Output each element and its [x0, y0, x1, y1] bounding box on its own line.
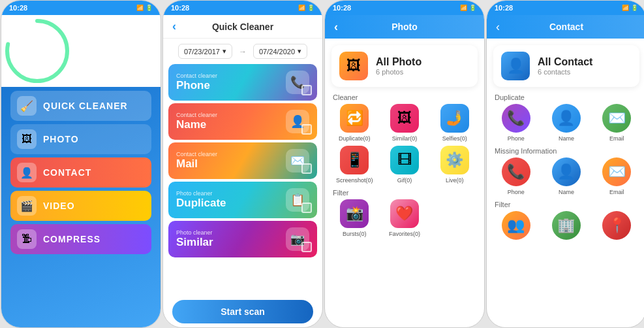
storage-pct: 79%: [16, 42, 59, 61]
cleaner-section-label: Cleaner: [325, 91, 484, 104]
photo-item-gif[interactable]: 🎞 Gif(0): [382, 146, 428, 184]
photo-item-duplicate[interactable]: 🔁 Duplicate(0): [331, 104, 378, 142]
miss-phone-label: Phone: [508, 189, 525, 195]
contact-dup-phone[interactable]: 📞 Phone: [493, 104, 538, 142]
selfies-icon: 🤳: [440, 104, 469, 133]
all-photo-card[interactable]: 🖼 All Photo 6 photos: [331, 45, 478, 87]
all-contact-card[interactable]: 👤 All Contact 6 contacts: [493, 45, 639, 87]
dup-name-label: Name: [559, 135, 574, 142]
status-bar-1: 10:28 📶 🔋: [1, 1, 161, 15]
phone-card-sub: Contact cleaner: [176, 73, 217, 79]
phone-card-title: Phone: [176, 79, 217, 92]
favorites-icon: ❤️: [390, 199, 419, 228]
all-contact-icon: 👤: [501, 52, 530, 80]
photo-item-selfies[interactable]: 🤳 Selfies(0): [431, 104, 478, 142]
all-photo-sub: 6 photos: [376, 68, 422, 76]
date-from[interactable]: 07/23/2017 ▾: [178, 44, 232, 59]
all-photo-title: All Photo: [376, 56, 422, 68]
dup-email-icon: ✉️: [602, 104, 631, 133]
contact-topbar: ‹ Contact: [487, 15, 644, 39]
menu-item-video[interactable]: 🎬 VIDEO: [10, 191, 151, 221]
time-2: 10:28: [171, 4, 189, 12]
chevron-down-icon-2: ▾: [298, 47, 301, 56]
name-card-title: Name: [176, 118, 217, 131]
cleaner-card-similar[interactable]: Photo cleaner Similar 📷: [168, 221, 317, 257]
cleaner-card-phone[interactable]: Contact cleaner Phone 📞: [168, 64, 317, 101]
back-arrow-2[interactable]: ‹: [172, 20, 176, 33]
status-bar-2: 10:28 📶 🔋: [163, 1, 322, 15]
filter3-icon: 📍: [602, 211, 631, 240]
back-arrow-3[interactable]: ‹: [334, 20, 338, 34]
photo-item-live[interactable]: ⚙️ Live(0): [431, 146, 478, 184]
cleaner-card-name[interactable]: Contact cleaner Name 👤: [168, 103, 317, 140]
menu-label-photo: PHOTO: [43, 134, 79, 144]
menu-item-photo[interactable]: 🖼 PHOTO: [10, 124, 151, 154]
time-3: 10:28: [333, 4, 351, 12]
dup-email-label: Email: [609, 135, 624, 142]
similar-card-checkbox[interactable]: [301, 242, 312, 252]
menu-label-contact: CONTACT: [43, 167, 91, 178]
status-icons-2: 📶 🔋: [298, 5, 314, 11]
back-arrow-4[interactable]: ‹: [496, 20, 500, 34]
start-scan-button[interactable]: Start scan: [172, 300, 313, 323]
contact-filter-2[interactable]: 🏢: [544, 211, 589, 242]
missing-grid: 📞 Phone 👤 Name ✉️ Email: [487, 157, 644, 198]
filter-contact-grid: 👥 🏢 📍: [487, 211, 644, 245]
screenshot-label: Screenshot(0): [336, 177, 373, 184]
storage-label: Storage: [16, 36, 59, 42]
storage-sub: 368.71/465.72 GB: [16, 61, 59, 67]
photo-item-bursts[interactable]: 📸 Bursts(0): [331, 199, 378, 237]
dup-card-sub: Photo cleaner: [176, 190, 226, 197]
contact-filter-1[interactable]: 👥: [493, 211, 538, 242]
dup-card-checkbox[interactable]: [301, 203, 312, 213]
contact-dup-email[interactable]: ✉️ Email: [594, 104, 639, 142]
dup-name-icon: 👤: [552, 104, 581, 133]
miss-phone-icon: 📞: [502, 157, 530, 186]
menu-label-compress: COMPRESS: [43, 234, 100, 244]
contact-dup-name[interactable]: 👤 Name: [544, 104, 589, 142]
dup-phone-icon: 📞: [502, 104, 530, 133]
time-4: 10:28: [495, 4, 513, 12]
phone-card-checkbox[interactable]: [301, 85, 312, 95]
menu-item-contact[interactable]: 👤 CONTACT: [10, 157, 151, 188]
contact-miss-email[interactable]: ✉️ Email: [594, 157, 639, 195]
contact-filter-3[interactable]: 📍: [594, 211, 639, 242]
mail-card-sub: Contact cleaner: [176, 151, 217, 157]
menu-item-quick-cleaner[interactable]: 🧹 QUICK CLEANER: [10, 91, 151, 121]
phone-2: 10:28 📶 🔋 ‹ Quick Cleaner 07/23/2017 ▾ →…: [162, 0, 323, 328]
cleaner-card-duplicate[interactable]: Photo cleaner Duplicate 📋: [168, 182, 317, 218]
arrow-right-icon: →: [239, 47, 247, 56]
menu-label-quick-cleaner: QUICK CLEANER: [43, 101, 128, 111]
photo-item-screenshot[interactable]: 📱 Screenshot(0): [331, 146, 378, 184]
contact-scroll: 👤 All Contact 6 contacts Duplicate 📞 Pho…: [487, 39, 644, 328]
all-contact-title: All Contact: [538, 56, 592, 68]
contact-title: Contact: [549, 22, 583, 32]
photo-topbar: ‹ Photo: [325, 15, 484, 39]
photo-title: Photo: [391, 22, 418, 32]
compress-icon: 🗜: [17, 229, 37, 249]
filter-contact-label: Filter: [487, 198, 644, 211]
selfies-label: Selfies(0): [442, 135, 467, 142]
mail-card-checkbox[interactable]: [301, 163, 312, 174]
time-1: 10:28: [9, 4, 27, 12]
dup-card-title: Duplicate: [176, 197, 226, 210]
duplicate-section-label: Duplicate: [487, 91, 644, 104]
gif-label: Gif(0): [397, 177, 412, 184]
contact-miss-name[interactable]: 👤 Name: [544, 157, 589, 195]
menu-list: 🧹 QUICK CLEANER 🖼 PHOTO 👤 CONTACT 🎬 VIDE…: [1, 87, 161, 328]
name-card-checkbox[interactable]: [301, 124, 312, 135]
miss-name-label: Name: [559, 189, 574, 195]
contact-miss-phone[interactable]: 📞 Phone: [493, 157, 538, 195]
photo-item-favorites[interactable]: ❤️ Favorites(0): [382, 199, 428, 237]
date-to[interactable]: 07/24/2020 ▾: [253, 44, 307, 59]
photo-item-similar[interactable]: 🖼 Similar(0): [382, 104, 428, 142]
duplicate-grid: 📞 Phone 👤 Name ✉️ Email: [487, 104, 644, 144]
menu-item-compress[interactable]: 🗜 COMPRESS: [10, 224, 151, 254]
cleaner-card-mail[interactable]: Contact cleaner Mail ✉️: [168, 142, 317, 179]
quick-cleaner-topbar: ‹ Quick Cleaner: [163, 15, 322, 39]
status-icons-4: 📶 🔋: [622, 5, 638, 11]
live-label: Live(0): [446, 177, 464, 184]
duplicate-icon: 🔁: [340, 104, 369, 133]
quick-cleaner-icon: 🧹: [17, 96, 37, 116]
filter1-icon: 👥: [502, 211, 530, 240]
